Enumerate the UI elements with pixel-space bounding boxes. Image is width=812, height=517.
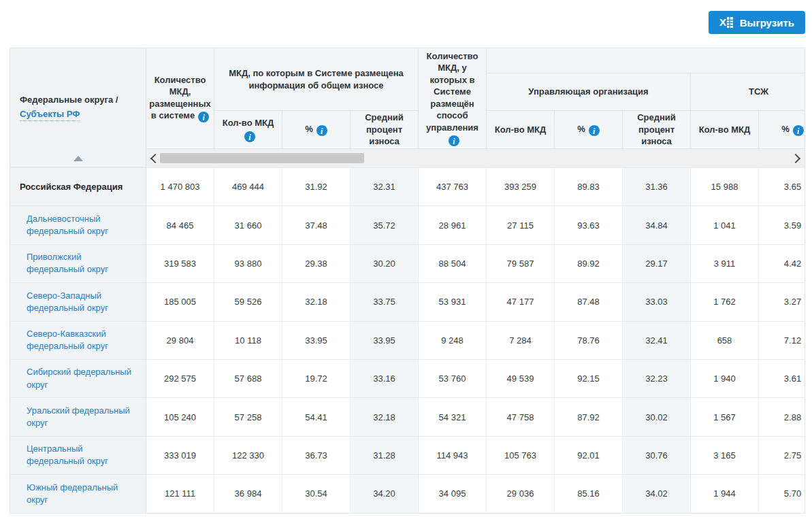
column-header-uo-percent: % [555, 111, 623, 149]
cell-management-count: 53 931 [419, 283, 487, 320]
cell-uo-percent: 89.92 [555, 245, 623, 282]
cell-tsj-count: 1 940 [691, 360, 759, 397]
cell-uo-percent: 89.83 [555, 168, 623, 205]
cell-uo-average: 30.76 [623, 437, 691, 474]
info-icon[interactable] [316, 125, 327, 136]
cell-wear-average: 35.72 [351, 206, 419, 244]
cell-wear-count: 59 526 [214, 283, 282, 320]
row-label-cell: Центральный федеральный округ [10, 437, 146, 474]
cell-management-count: 437 763 [419, 168, 487, 205]
cell-uo-average: 31.36 [623, 168, 691, 205]
cell-tsj-percent: 3.61 [759, 360, 805, 397]
cell-tsj-count: 1 567 [691, 398, 759, 435]
cell-uo-average: 29.17 [623, 245, 691, 282]
cell-uo-average: 32.23 [623, 360, 691, 397]
cell-uo-count: 393 259 [487, 168, 555, 205]
row-label-cell: Дальневосточный федеральный округ [10, 206, 146, 244]
region-name[interactable]: Уральский федеральный округ [27, 405, 133, 429]
row-label-cell: Российская Федерация [10, 168, 146, 205]
column-header-tsj-percent: % [759, 111, 805, 149]
cell-wear-count: 93 880 [214, 245, 282, 282]
row-label-cell: Южный федеральный округ [10, 475, 146, 512]
table-row: Приволжский федеральный округ 319 583 93… [10, 244, 805, 282]
cell-total-mkd: 292 575 [146, 360, 214, 397]
cell-tsj-percent: 2.88 [759, 398, 805, 435]
cell-management-count: 9 248 [419, 322, 487, 359]
column-header-management-method: Количество МКД, у которых в Системе разм… [419, 48, 487, 149]
cell-tsj-percent: 5.70 [759, 475, 805, 512]
cell-wear-percent: 19.72 [282, 360, 351, 397]
scroll-right-icon[interactable] [789, 149, 804, 167]
sort-ascending-icon[interactable] [74, 156, 83, 161]
cell-wear-average: 30.20 [351, 245, 419, 282]
cell-uo-percent: 92.15 [555, 360, 623, 397]
scroll-left-icon[interactable] [146, 149, 161, 167]
cell-uo-count: 49 539 [487, 360, 555, 397]
column-header-wear-percent: % [282, 111, 351, 149]
cell-uo-count: 47 758 [487, 398, 555, 435]
cell-uo-average: 34.02 [623, 475, 691, 512]
region-name[interactable]: Южный федеральный округ [27, 482, 133, 506]
cell-uo-count: 7 284 [487, 322, 555, 359]
cell-tsj-count: 1 762 [691, 283, 759, 320]
column-header-uo-count: Кол-во МКД [487, 111, 555, 149]
cell-uo-percent: 93.63 [555, 206, 623, 244]
cell-tsj-percent: 2.75 [759, 437, 805, 474]
row-label-cell: Северо-Западный федеральный округ [10, 283, 146, 320]
cell-uo-count: 29 036 [487, 475, 555, 512]
cell-wear-count: 10 118 [214, 322, 282, 359]
cell-wear-average: 33.75 [351, 283, 419, 320]
cell-tsj-count: 3 911 [691, 245, 759, 282]
cell-total-mkd: 333 019 [146, 437, 214, 474]
region-name[interactable]: Приволжский федеральный округ [27, 251, 133, 276]
row-label-cell: Приволжский федеральный округ [10, 245, 146, 282]
cell-wear-average: 31.28 [351, 437, 419, 474]
cell-wear-count: 57 688 [214, 360, 282, 397]
cell-wear-average: 33.16 [351, 360, 419, 397]
info-icon[interactable] [589, 125, 600, 136]
info-icon[interactable] [198, 112, 209, 122]
region-name[interactable]: Северо-Западный федеральный округ [27, 290, 133, 314]
cell-wear-count: 31 660 [214, 206, 282, 244]
cell-wear-average: 34.20 [351, 475, 419, 512]
cell-wear-percent: 32.18 [282, 283, 351, 320]
cell-tsj-count: 658 [691, 322, 759, 359]
table-header: Федеральные округа / Субъекты РФ Количес… [10, 48, 805, 167]
cell-uo-count: 105 763 [487, 437, 555, 474]
table-row: Северо-Западный федеральный округ 185 00… [10, 282, 805, 320]
statistics-table: Федеральные округа / Субъекты РФ Количес… [10, 48, 805, 514]
table-row: Российская Федерация 1 470 803 469 444 3… [10, 167, 805, 205]
horizontal-scrollbar[interactable] [146, 149, 805, 167]
group-header-management-org: Управляющая организация [487, 73, 691, 111]
info-icon[interactable] [449, 135, 459, 146]
cell-uo-percent: 87.48 [555, 283, 623, 320]
cell-uo-percent: 92.01 [555, 437, 623, 474]
info-icon[interactable] [793, 125, 804, 136]
cell-wear-percent: 37.48 [282, 206, 351, 244]
cell-total-mkd: 105 240 [146, 398, 214, 435]
export-button[interactable]: X Выгрузить [709, 11, 805, 34]
group-header-tsj: ТСЖ [691, 73, 805, 111]
info-icon[interactable] [244, 131, 255, 142]
cell-total-mkd: 185 005 [146, 283, 214, 320]
cell-wear-percent: 30.54 [282, 475, 351, 512]
cell-management-count: 28 961 [419, 206, 487, 244]
region-name[interactable]: Центральный федеральный округ [27, 443, 133, 467]
region-name[interactable]: Северо-Кавказский федеральный округ [27, 328, 133, 352]
region-name[interactable]: Дальневосточный федеральный округ [27, 213, 133, 237]
region-name[interactable]: Сибирский федеральный округ [27, 366, 133, 390]
column-header-wear-average: Средний процент износа [351, 111, 419, 149]
table-row: Центральный федеральный округ 333 019 12… [10, 436, 805, 474]
cell-wear-percent: 54.41 [282, 398, 351, 435]
table-row: Уральский федеральный округ 105 240 57 2… [10, 397, 805, 435]
cell-management-count: 114 943 [419, 437, 487, 474]
cell-tsj-percent: 7.12 [759, 322, 805, 359]
cell-tsj-percent: 3.59 [759, 206, 805, 244]
cell-wear-percent: 36.73 [282, 437, 351, 474]
subjects-rf-link[interactable]: Субъекты РФ [20, 108, 80, 121]
cell-wear-count: 469 444 [214, 168, 282, 205]
column-header-wear-count: Кол-во МКД [214, 111, 282, 149]
federal-districts-label: Федеральные округа / [20, 94, 118, 106]
scrollbar-thumb[interactable] [160, 153, 364, 163]
cell-uo-count: 79 587 [487, 245, 555, 282]
